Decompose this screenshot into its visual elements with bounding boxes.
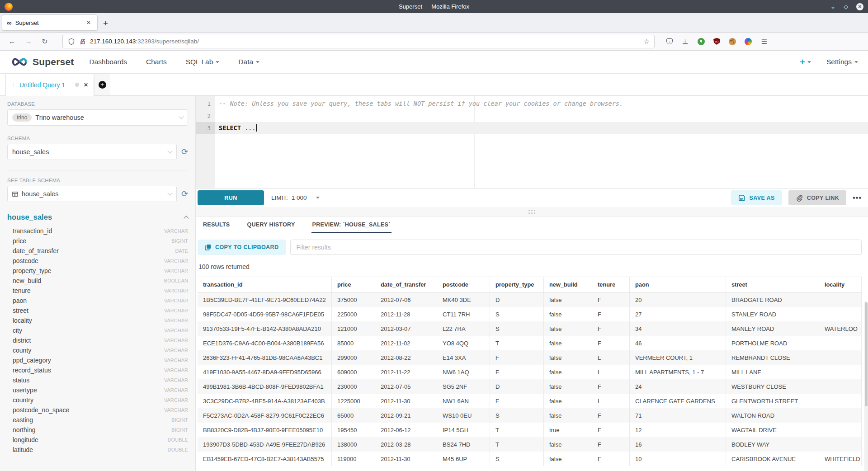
scrollbar-track[interactable]	[864, 301, 868, 471]
table-row: EB1459EB-67ED-47C8-B2E7-A38143AB55751190…	[198, 452, 862, 466]
cell: F	[592, 379, 630, 394]
cell: false	[544, 408, 592, 423]
limit-label: LIMIT:	[271, 194, 288, 201]
query-tab[interactable]: ⋮ Untitled Query 1 ✕	[5, 74, 94, 96]
bookmark-star-icon[interactable]: ☆	[644, 38, 650, 46]
new-tab-button[interactable]: +	[98, 17, 113, 32]
copy-link-button[interactable]: COPY LINK	[788, 190, 846, 205]
cell: false	[544, 379, 592, 394]
column-name: longitude	[13, 436, 168, 443]
database-select[interactable]: trino Trino warehouse	[7, 109, 188, 126]
reload-icon[interactable]: ↻	[38, 37, 52, 46]
limit-dropdown[interactable]: LIMIT: 1 000	[271, 194, 320, 201]
refresh-tables-icon[interactable]: ⟳	[181, 190, 188, 198]
download-icon[interactable]: ↓	[681, 38, 689, 45]
cell: F	[592, 423, 630, 437]
column-name: postcode	[13, 257, 164, 264]
save-as-button[interactable]: SAVE AS	[731, 190, 782, 205]
navbar-menu-item[interactable]: Dashboards	[89, 58, 127, 66]
schema-column-row: street VARCHAR	[7, 306, 188, 316]
extension-pinwheel-icon[interactable]	[745, 38, 752, 45]
column-header[interactable]: transaction_id	[198, 277, 332, 292]
cell: 34	[630, 321, 726, 336]
cell: PORTHOLME ROAD	[726, 336, 819, 350]
cell: F	[490, 394, 544, 408]
insecure-lock-icon[interactable]	[79, 38, 86, 45]
cell: F	[592, 452, 630, 466]
column-header[interactable]: tenure	[592, 277, 630, 292]
run-button[interactable]: RUN	[198, 190, 264, 205]
column-header[interactable]: price	[332, 277, 375, 292]
schema-select[interactable]: house_sales	[7, 144, 177, 160]
cell: 2012-11-30	[375, 452, 437, 466]
column-type: VARCHAR	[164, 397, 188, 403]
settings-menu[interactable]: Settings	[826, 58, 858, 66]
column-name: district	[13, 337, 164, 344]
column-header[interactable]: paon	[630, 277, 726, 292]
copy-to-clipboard-button[interactable]: COPY TO CLIPBOARD	[198, 240, 286, 255]
superset-brand[interactable]: Superset	[10, 56, 74, 68]
cell: BRADGATE ROAD	[726, 292, 819, 307]
column-header[interactable]: postcode	[437, 277, 490, 292]
cell: L	[592, 365, 630, 379]
database-type-badge: trino	[12, 113, 32, 122]
drag-handle-icon[interactable]: ⋮	[10, 81, 16, 88]
results-tab[interactable]: QUERY HISTORY	[246, 217, 296, 233]
schema-column-row: tenure VARCHAR	[7, 286, 188, 296]
table-select[interactable]: house_sales	[7, 186, 177, 202]
table-schema-header[interactable]: house_sales	[7, 213, 188, 221]
sql-editor[interactable]: 1-- Note: Unless you save your query, th…	[196, 96, 868, 188]
cookie-extension-icon[interactable]	[729, 38, 736, 45]
column-type: VARCHAR	[164, 338, 188, 343]
window-minimize-icon[interactable]: ⌄	[830, 4, 835, 9]
window-close-icon[interactable]: ✕	[856, 3, 863, 10]
column-header[interactable]: street	[726, 277, 819, 292]
refresh-schemas-icon[interactable]: ⟳	[181, 148, 188, 156]
window-title: Superset — Mozilla Firefox	[0, 3, 868, 10]
column-name: postcode_no_space	[13, 406, 164, 414]
results-tab[interactable]: PREVIEW: `HOUSE_SALES`	[311, 217, 392, 233]
browser-tab-title: Superset	[15, 19, 85, 26]
pocket-icon[interactable]: ⌄	[666, 38, 673, 44]
tab-close-icon[interactable]: ✕	[85, 19, 93, 27]
cell: 24	[630, 379, 726, 394]
tracking-shield-icon[interactable]	[67, 38, 75, 45]
table-icon	[12, 191, 18, 197]
back-icon[interactable]: ←	[5, 38, 19, 46]
cell: 419E1030-9A55-4467-8DA9-9FED95D65966	[198, 365, 332, 379]
more-actions-button[interactable]: •••	[853, 194, 862, 202]
add-query-tab-button[interactable]: +	[94, 74, 110, 95]
privacy-badger-icon[interactable]	[698, 38, 705, 45]
menu-hamburger-icon[interactable]: ☰	[760, 38, 768, 45]
forward-icon[interactable]: →	[22, 38, 35, 46]
query-tab-close-icon[interactable]: ✕	[83, 82, 89, 88]
save-icon	[738, 194, 745, 201]
column-header[interactable]: property_type	[490, 277, 544, 292]
cell: F	[592, 408, 630, 423]
cell: false	[544, 452, 592, 466]
navbar-menu-item[interactable]: Data	[238, 58, 259, 66]
scrollbar-thumb[interactable]	[865, 302, 868, 406]
filter-results-input[interactable]	[290, 240, 862, 255]
window-maximize-icon[interactable]: ◇	[844, 4, 848, 9]
column-header[interactable]: new_build	[544, 277, 592, 292]
column-header[interactable]: locality	[819, 277, 862, 292]
pane-splitter[interactable]	[196, 207, 868, 217]
collapse-chevron-icon[interactable]	[184, 216, 189, 221]
cell: L	[592, 350, 630, 365]
results-tab[interactable]: RESULTS	[202, 217, 231, 233]
add-new-button[interactable]: +	[800, 57, 811, 67]
table-name: house_sales	[7, 213, 184, 221]
url-bar[interactable]: 217.160.120.143:32393/superset/sqllab/ ☆	[62, 35, 655, 48]
cell: 2012-03-07	[375, 321, 437, 336]
cell: S	[490, 321, 544, 336]
navbar-menu-item[interactable]: Charts	[146, 58, 167, 66]
cell: MILL LANE	[726, 365, 819, 379]
plus-circle-icon: +	[99, 81, 106, 89]
schema-column-row: postcode VARCHAR	[7, 256, 188, 266]
column-type: VARCHAR	[164, 328, 188, 333]
browser-tab[interactable]: ∞ Superset ✕	[2, 14, 98, 31]
ublock-icon[interactable]: uO	[713, 38, 720, 45]
column-header[interactable]: date_of_transfer	[375, 277, 437, 292]
navbar-menu-item[interactable]: SQL Lab	[186, 58, 220, 66]
